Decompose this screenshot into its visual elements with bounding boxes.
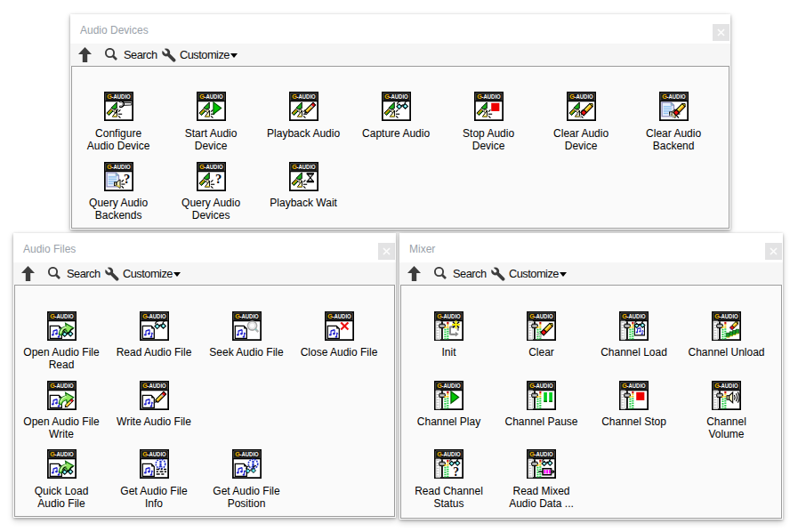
svg-text:-AUDIO: -AUDIO [111, 164, 131, 171]
svg-text:-AUDIO: -AUDIO [720, 383, 739, 390]
svg-text:-AUDIO: -AUDIO [332, 313, 351, 320]
svg-text:-AUDIO: -AUDIO [574, 94, 593, 101]
svg-text:-AUDIO: -AUDIO [147, 383, 166, 390]
svg-text:-AUDIO: -AUDIO [111, 94, 131, 101]
svg-text:?: ? [215, 172, 222, 186]
svg-text:-AUDIO: -AUDIO [627, 383, 647, 390]
svg-text:-AUDIO: -AUDIO [666, 94, 686, 101]
svg-text:-AUDIO: -AUDIO [481, 94, 501, 101]
svg-text:-AUDIO: -AUDIO [720, 313, 739, 320]
svg-text:?: ? [124, 172, 130, 186]
svg-text:-AUDIO: -AUDIO [442, 313, 462, 320]
svg-text:-AUDIO: -AUDIO [296, 94, 316, 101]
svg-text:-AUDIO: -AUDIO [204, 164, 223, 171]
svg-text:-AUDIO: -AUDIO [442, 452, 462, 459]
svg-text:-AUDIO: -AUDIO [54, 383, 74, 390]
svg-text:-AUDIO: -AUDIO [147, 313, 166, 320]
svg-text:-AUDIO: -AUDIO [296, 164, 316, 171]
svg-text:-AUDIO: -AUDIO [627, 313, 647, 320]
svg-text:-AUDIO: -AUDIO [239, 452, 259, 459]
svg-text:-AUDIO: -AUDIO [239, 313, 259, 320]
svg-text:-AUDIO: -AUDIO [204, 94, 223, 101]
svg-text:?: ? [453, 466, 459, 480]
svg-text:-AUDIO: -AUDIO [535, 383, 554, 390]
svg-text:-AUDIO: -AUDIO [535, 452, 554, 459]
svg-text:-AUDIO: -AUDIO [147, 452, 166, 459]
svg-text:-AUDIO: -AUDIO [442, 383, 462, 390]
svg-text:-AUDIO: -AUDIO [54, 452, 74, 459]
svg-text:-AUDIO: -AUDIO [389, 94, 408, 101]
svg-text:-AUDIO: -AUDIO [54, 313, 74, 320]
svg-text:-AUDIO: -AUDIO [535, 313, 554, 320]
